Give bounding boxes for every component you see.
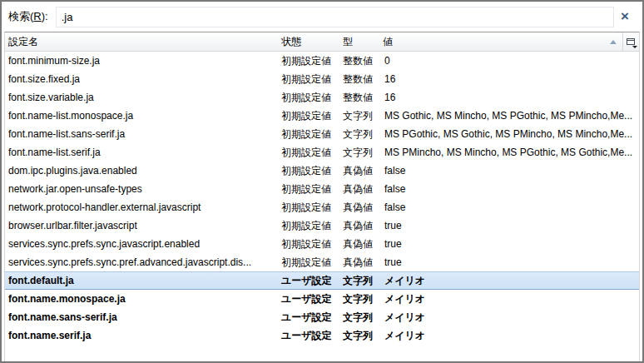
search-input[interactable] — [56, 7, 614, 27]
pref-value-cell: MS Gothic, MS Mincho, MS PGothic, MS PMi… — [379, 110, 639, 122]
pref-status-cell: 初期設定値 — [278, 54, 339, 68]
pref-type-cell: 整数値 — [339, 54, 379, 68]
table-row[interactable]: font.name.serif.ja ユーザ設定 文字列 メイリオ — [5, 326, 639, 345]
pref-status-cell: 初期設定値 — [278, 109, 339, 123]
pref-value-cell: メイリオ — [379, 311, 639, 325]
table-row[interactable]: font.name.sans-serif.ja ユーザ設定 文字列 メイリオ — [5, 308, 639, 326]
pref-type-cell: 文字列 — [339, 292, 379, 306]
pref-name-cell: browser.urlbar.filter.javascript — [5, 220, 278, 231]
pref-status-cell: ユーザ設定 — [278, 311, 339, 325]
pref-value-cell: true — [379, 238, 639, 250]
pref-name-cell: font.name.sans-serif.ja — [5, 311, 278, 323]
table-row[interactable]: font.minimum-size.ja 初期設定値 整数値 0 — [5, 52, 639, 70]
table-row[interactable]: font.name-list.sans-serif.ja 初期設定値 文字列 M… — [5, 125, 639, 143]
pref-name-cell: services.sync.prefs.sync.pref.advanced.j… — [5, 256, 278, 268]
pref-type-cell: 真偽値 — [339, 256, 379, 270]
pref-status-cell: 初期設定値 — [278, 256, 339, 270]
column-header-name-label: 設定名 — [8, 35, 38, 49]
pref-value-cell: false — [379, 165, 639, 177]
column-header-status[interactable]: 状態 — [278, 32, 339, 51]
pref-name-cell: font.size.variable.ja — [5, 92, 278, 103]
column-picker-button[interactable] — [622, 32, 639, 51]
pref-value-cell: 0 — [379, 55, 639, 67]
pref-name-cell: dom.ipc.plugins.java.enabled — [5, 165, 278, 177]
pref-name-cell: font.name-list.serif.ja — [5, 147, 278, 158]
column-header-value-label: 値 — [383, 35, 393, 49]
pref-status-cell: ユーザ設定 — [278, 329, 339, 343]
pref-status-cell: 初期設定値 — [278, 72, 339, 87]
table-row[interactable]: font.default.ja ユーザ設定 文字列 メイリオ — [5, 271, 639, 290]
pref-type-cell: 真偽値 — [339, 182, 379, 196]
search-label: 検索(R): — [8, 9, 48, 24]
pref-status-cell: 初期設定値 — [278, 219, 339, 233]
pref-value-cell: メイリオ — [379, 274, 639, 288]
search-label-suffix: ): — [42, 10, 48, 22]
table-row[interactable]: font.name.monospace.ja ユーザ設定 文字列 メイリオ — [5, 290, 639, 308]
pref-type-cell: 文字列 — [339, 274, 379, 288]
pref-type-cell: 文字列 — [339, 109, 379, 123]
pref-type-cell: 真偽値 — [339, 201, 379, 215]
table-row[interactable]: font.size.fixed.ja 初期設定値 整数値 16 — [5, 70, 639, 88]
pref-value-cell: 16 — [379, 73, 639, 85]
column-header-name[interactable]: 設定名 — [5, 32, 278, 51]
pref-value-cell: false — [379, 201, 639, 213]
close-icon: × — [621, 8, 629, 25]
column-header-type[interactable]: 型 — [339, 32, 379, 51]
preferences-table: 設定名 状態 型 値 font.minimum-size.ja 初期設定値 整数… — [4, 32, 640, 361]
table-row[interactable]: network.protocol-handler.external.javasc… — [5, 198, 639, 216]
pref-type-cell: 文字列 — [339, 311, 379, 325]
pref-name-cell: font.size.fixed.ja — [5, 73, 278, 85]
pref-status-cell: ユーザ設定 — [278, 274, 339, 288]
search-label-prefix: 検索( — [8, 10, 33, 22]
rows: font.minimum-size.ja 初期設定値 整数値 0 font.si… — [5, 52, 639, 361]
pref-type-cell: 文字列 — [339, 127, 379, 142]
pref-name-cell: network.protocol-handler.external.javasc… — [5, 201, 278, 213]
table-row[interactable]: services.sync.prefs.sync.pref.advanced.j… — [5, 253, 639, 271]
pref-value-cell: メイリオ — [379, 329, 639, 343]
pref-name-cell: font.minimum-size.ja — [5, 55, 278, 67]
pref-type-cell: 整数値 — [339, 72, 379, 87]
table-header: 設定名 状態 型 値 — [5, 32, 639, 52]
pref-type-cell: 真偽値 — [339, 219, 379, 233]
pref-value-cell: MS PGothic, MS Gothic, MS PMincho, MS Mi… — [379, 128, 639, 140]
column-header-value[interactable]: 値 — [379, 32, 622, 51]
pref-status-cell: 初期設定値 — [278, 182, 339, 196]
pref-status-cell: 初期設定値 — [278, 201, 339, 215]
sort-ascending-icon — [610, 40, 617, 44]
pref-type-cell: 整数値 — [339, 91, 379, 105]
table-row[interactable]: font.name-list.serif.ja 初期設定値 文字列 MS PMi… — [5, 143, 639, 162]
search-bar: 検索(R): × — [2, 2, 642, 32]
pref-name-cell: font.default.ja — [5, 275, 278, 286]
column-header-type-label: 型 — [343, 35, 353, 49]
table-row[interactable]: dom.ipc.plugins.java.enabled 初期設定値 真偽値 f… — [5, 162, 639, 180]
pref-type-cell: 真偽値 — [339, 164, 379, 178]
pref-name-cell: font.name-list.sans-serif.ja — [5, 128, 278, 140]
pref-status-cell: 初期設定値 — [278, 91, 339, 105]
table-row[interactable]: font.size.variable.ja 初期設定値 整数値 16 — [5, 88, 639, 107]
table-row[interactable]: font.name-list.monospace.ja 初期設定値 文字列 MS… — [5, 107, 639, 125]
pref-value-cell: true — [379, 220, 639, 231]
pref-value-cell: 16 — [379, 92, 639, 103]
pref-status-cell: 初期設定値 — [278, 237, 339, 251]
pref-type-cell: 文字列 — [339, 146, 379, 160]
pref-value-cell: MS PMincho, MS Mincho, MS PGothic, MS Go… — [379, 147, 639, 158]
clear-search-button[interactable]: × — [614, 6, 636, 27]
pref-status-cell: 初期設定値 — [278, 146, 339, 160]
pref-type-cell: 文字列 — [339, 329, 379, 343]
table-row[interactable]: network.jar.open-unsafe-types 初期設定値 真偽値 … — [5, 180, 639, 198]
column-header-status-label: 状態 — [281, 35, 301, 49]
pref-name-cell: font.name.monospace.ja — [5, 293, 278, 305]
column-picker-icon — [627, 38, 636, 46]
pref-status-cell: 初期設定値 — [278, 127, 339, 142]
search-label-accesskey: R — [33, 10, 41, 22]
pref-name-cell: font.name.serif.ja — [5, 330, 278, 341]
pref-name-cell: font.name-list.monospace.ja — [5, 110, 278, 122]
pref-name-cell: network.jar.open-unsafe-types — [5, 183, 278, 195]
table-row[interactable]: services.sync.prefs.sync.javascript.enab… — [5, 235, 639, 253]
pref-status-cell: 初期設定値 — [278, 164, 339, 178]
table-row[interactable]: browser.urlbar.filter.javascript 初期設定値 真… — [5, 216, 639, 235]
pref-value-cell: true — [379, 256, 639, 268]
pref-value-cell: メイリオ — [379, 292, 639, 306]
pref-type-cell: 真偽値 — [339, 237, 379, 251]
pref-name-cell: services.sync.prefs.sync.javascript.enab… — [5, 238, 278, 250]
